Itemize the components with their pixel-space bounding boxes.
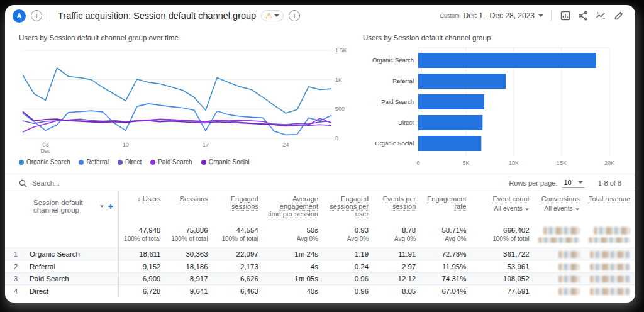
- metric-cell: 6,909: [118, 272, 165, 284]
- metric-cell: 2,173: [213, 260, 264, 272]
- metric-cell: 74.31%: [421, 272, 471, 284]
- divider: [50, 10, 50, 21]
- metric-event-select[interactable]: All events: [537, 204, 580, 212]
- column-header[interactable]: Average engagement time per session: [264, 191, 323, 223]
- edit-pencil-icon: [614, 11, 624, 21]
- metric-cell: 2.97: [374, 260, 421, 272]
- page-title: Traffic acquisition: Session default cha…: [58, 11, 256, 21]
- metric-cell: 0.96: [323, 285, 374, 297]
- metric-cell: [535, 248, 585, 260]
- customize-report-icon: [560, 11, 570, 21]
- chevron-down-icon: [538, 14, 543, 17]
- metric-cell: 72.78%: [421, 248, 471, 260]
- search-icon: [19, 179, 27, 187]
- metric-cell: 18,186: [165, 260, 213, 272]
- metric-cell: 9,152: [118, 260, 165, 272]
- date-range-value: Dec 1 - Dec 28, 2023: [464, 11, 535, 20]
- line-chart-panel: Users by Session default channel group o…: [19, 34, 355, 172]
- add-dimension-icon[interactable]: +: [108, 201, 113, 211]
- analytics-logo[interactable]: A: [13, 9, 26, 23]
- table-row[interactable]: 4Direct6,7289,6416,46340s0.968.0567.04%7…: [5, 285, 635, 297]
- warning-icon: ⚠: [265, 11, 272, 20]
- table-toolbar: Search... Rows per page: 10 1-8 of 8: [5, 175, 635, 191]
- metric-cell: 1m 05s: [264, 272, 323, 284]
- table-row[interactable]: 3Paid Search6,9098,9176,6261m 05s0.9612.…: [5, 272, 635, 284]
- chevron-down-icon: [99, 205, 103, 207]
- line-chart-legend: Organic Search Referral Direct Paid Sear…: [19, 159, 355, 165]
- table-row[interactable]: 2Referral9,15218,1862,1734s0.242.9711.95…: [5, 260, 635, 272]
- legend-dot-icon: [19, 160, 24, 165]
- channel-name: Direct: [27, 285, 118, 297]
- redacted-value: [538, 237, 580, 243]
- rows-per-page-label: Rows per page:: [509, 179, 557, 187]
- legend-item[interactable]: Referral: [79, 159, 109, 165]
- metric-cell: 22,097: [213, 248, 264, 260]
- column-header[interactable]: Events per session: [374, 191, 421, 223]
- svg-text:Organic Social: Organic Social: [375, 140, 414, 147]
- metric-cell: [585, 248, 635, 260]
- column-header[interactable]: Engaged sessions per user: [323, 191, 374, 223]
- metric-cell: 108,052: [471, 272, 534, 284]
- legend-item[interactable]: Paid Search: [150, 159, 192, 165]
- divider: [551, 10, 552, 21]
- legend-label: Direct: [125, 159, 142, 165]
- column-header[interactable]: Event countAll events: [471, 191, 534, 223]
- svg-text:20K: 20K: [604, 160, 614, 166]
- metric-cell: 361,722: [471, 248, 534, 260]
- edit-button[interactable]: [613, 9, 625, 22]
- legend-label: Paid Search: [158, 159, 192, 165]
- data-quality-warning-button[interactable]: ⚠: [261, 10, 284, 21]
- dimension-column-header[interactable]: Session default channel group +: [27, 191, 118, 223]
- svg-text:Dec: Dec: [40, 148, 51, 154]
- column-header[interactable]: ↓ Users: [118, 191, 165, 223]
- charts-section: Users by Session default channel group o…: [5, 26, 635, 172]
- totals-cell: [535, 223, 585, 248]
- svg-text:Referral: Referral: [392, 77, 414, 84]
- insights-button[interactable]: [594, 9, 608, 22]
- redacted-value: [558, 251, 580, 258]
- date-range-picker[interactable]: Custom Dec 1 - Dec 28, 2023: [440, 11, 543, 20]
- legend-item[interactable]: Organic Search: [19, 159, 70, 165]
- svg-text:17: 17: [203, 142, 209, 148]
- svg-text:Paid Search: Paid Search: [381, 98, 414, 105]
- metric-cell: [585, 272, 635, 284]
- metric-cell: 18,611: [118, 248, 165, 260]
- column-header[interactable]: Total revenue: [585, 191, 635, 223]
- share-button[interactable]: [577, 9, 589, 22]
- customize-report-button[interactable]: [559, 9, 572, 22]
- svg-text:Direct: Direct: [398, 119, 414, 126]
- report-header: A + Traffic acquisition: Session default…: [5, 5, 635, 26]
- metric-event-select[interactable]: All events: [474, 204, 529, 212]
- metric-cell: 40s: [264, 285, 323, 297]
- table-search-input[interactable]: Search...: [19, 179, 60, 187]
- redacted-value: [590, 276, 630, 282]
- totals-cell: [585, 223, 635, 248]
- legend-label: Organic Search: [26, 159, 70, 165]
- svg-text:15K: 15K: [557, 160, 567, 166]
- chevron-down-icon: [578, 181, 583, 184]
- column-header[interactable]: ConversionsAll events: [535, 191, 585, 223]
- metric-cell: 11.95%: [421, 260, 471, 272]
- column-header[interactable]: Sessions: [165, 191, 213, 223]
- rows-per-page-select[interactable]: 10: [562, 179, 584, 188]
- add-tab-button[interactable]: +: [31, 10, 42, 21]
- column-header[interactable]: Engagement rate: [421, 191, 471, 223]
- metric-cell: [585, 285, 635, 297]
- legend-label: Organic Social: [209, 159, 250, 165]
- metric-cell: 67.04%: [421, 285, 471, 297]
- legend-item[interactable]: Direct: [118, 159, 142, 165]
- date-range-type-label: Custom: [440, 13, 460, 19]
- table-row[interactable]: 1Organic Search18,61130,36322,0971m 24s1…: [5, 248, 635, 260]
- users-by-channel-bar-chart: 05K10K15K20KOrganic SearchReferralPaid S…: [363, 44, 633, 172]
- metric-cell: 6,626: [213, 272, 264, 284]
- add-comparison-button[interactable]: +: [289, 10, 300, 21]
- totals-cell: 0.93Avg 0%: [323, 223, 374, 248]
- column-header[interactable]: Engaged sessions: [213, 191, 264, 223]
- legend-dot-icon: [201, 160, 206, 165]
- metric-cell: 53,961: [471, 260, 534, 272]
- channel-name: Organic Search: [27, 248, 118, 260]
- svg-text:5K: 5K: [462, 160, 469, 166]
- legend-item[interactable]: Organic Social: [201, 159, 250, 165]
- channel-name: Referral: [27, 260, 118, 272]
- legend-label: Referral: [86, 159, 109, 165]
